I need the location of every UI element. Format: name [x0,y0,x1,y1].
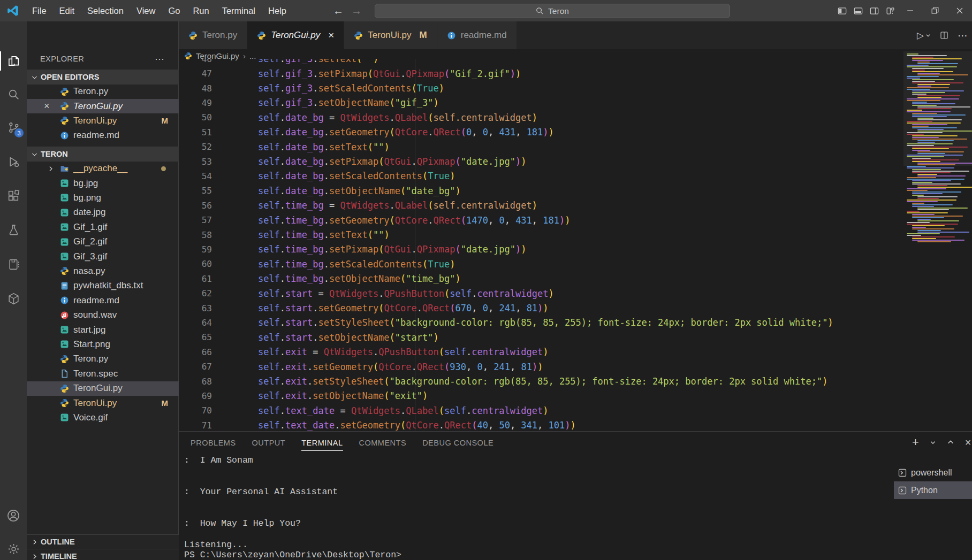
split-editor-icon[interactable] [939,30,949,40]
tree-item[interactable]: TeronGui.py [27,381,179,396]
minimize-button[interactable] [898,0,923,21]
minimap-line [907,53,918,55]
minimap-line [917,84,950,85]
timeline-section[interactable]: TIMELINE [27,549,179,560]
tree-item[interactable]: start.jpg [27,323,179,337]
run-python-file-icon[interactable]: ▷ [917,30,931,41]
modified-badge: M [162,398,169,408]
code-line: 51 self.date_bg.setGeometry(QtCore.QRect… [179,125,972,140]
tree-item[interactable]: bg.png [27,190,179,205]
minimap-line [907,166,926,167]
minimap-line [917,118,933,119]
tree-item[interactable]: nasa.py [27,264,179,278]
forward-arrow-icon[interactable]: → [351,5,362,17]
minimap-line [912,137,939,138]
line-number: 49 [179,98,214,108]
minimap[interactable] [907,53,968,246]
tab-readme-md[interactable]: readme.md [437,21,517,49]
code-text: self.gif_3.setObjectName("gif_3") [214,97,439,108]
back-arrow-icon[interactable]: ← [333,5,344,17]
tab-teronui-py[interactable]: TeronUi.pyM [344,21,437,49]
minimap-line [912,150,930,151]
terminal-instance-powershell[interactable]: powershell [894,464,972,481]
code-text: self.date_bg = QtWidgets.QLabel(self.cen… [214,112,537,123]
tree-item[interactable]: bg.jpg [27,176,179,190]
menu-file[interactable]: File [26,0,53,21]
terminal-output[interactable]: : I Am Sonam : Your Personal AI Assistan… [184,455,401,560]
tree-item[interactable]: __pycache__ [27,162,179,176]
menu-view[interactable]: View [130,0,162,21]
source-control-icon[interactable]: 3 [0,114,27,140]
tree-item[interactable]: Voice.gif [27,410,179,425]
tree-item[interactable]: TeronUi.pyM [27,396,179,410]
tree-item[interactable]: Start.png [27,337,179,351]
tree-item[interactable]: date.jpg [27,205,179,220]
close-window-button[interactable] [947,0,972,21]
open-editor-item[interactable]: readme.md [27,128,179,143]
menu-go[interactable]: Go [162,0,186,21]
package-icon[interactable] [0,286,27,311]
minimap-line [912,116,947,117]
toggle-sidebar-icon[interactable] [834,0,850,21]
menu-selection[interactable]: Selection [81,0,130,21]
open-editor-item[interactable]: Teron.py [27,85,179,99]
minimap-line [907,167,954,168]
tree-item[interactable]: sound.wav [27,308,179,323]
tree-item[interactable]: Teron.spec [27,366,179,381]
panel-tab-comments[interactable]: COMMENTS [359,435,407,451]
chevron-down-icon [31,151,38,158]
tab-terongui-py[interactable]: TeronGui.py× [247,21,344,49]
maximize-panel-icon[interactable] [947,439,954,446]
search-icon[interactable] [0,81,27,107]
tree-item[interactable]: Teron.py [27,352,179,366]
open-editor-item[interactable]: TeronUi.pyM [27,113,179,128]
toggle-secondary-sidebar-icon[interactable] [866,0,882,21]
close-tab-icon[interactable]: × [328,29,334,41]
menu-run[interactable]: Run [186,0,215,21]
account-icon[interactable] [0,503,27,528]
terminal-dropdown-icon[interactable] [930,439,936,446]
settings-icon[interactable] [0,536,27,560]
open-editors-header[interactable]: OPEN EDITORS [27,70,179,85]
explorer-icon[interactable] [0,48,27,74]
terminal-instance-list: powershellPython [894,464,972,499]
modified-badge: M [162,116,169,125]
run-debug-icon[interactable] [0,149,27,174]
tab-label: readme.md [461,30,507,41]
code-text: self.start = QtWidgets.QPushButton(self.… [214,288,554,299]
toggle-panel-icon[interactable] [850,0,866,21]
line-number: 55 [179,186,214,196]
open-editor-item[interactable]: ×TeronGui.py [27,99,179,113]
terminal-instance-python[interactable]: Python [894,481,972,499]
panel-tab-output[interactable]: OUTPUT [252,435,286,451]
tree-item[interactable]: Gif_2.gif [27,235,179,249]
extensions-icon[interactable] [0,183,27,209]
menu-terminal[interactable]: Terminal [216,0,262,21]
menu-help[interactable]: Help [262,0,293,21]
tab-teron-py[interactable]: Teron.py [179,21,247,49]
testing-icon[interactable] [0,217,27,243]
explorer-more-actions-icon[interactable]: ··· [155,51,164,66]
python-icon [60,116,69,125]
panel-tab-terminal[interactable]: TERMINAL [301,435,343,451]
command-center-search[interactable]: Teron [375,4,730,18]
notebook-icon[interactable] [0,251,27,277]
restore-button[interactable] [923,0,947,21]
close-editor-icon[interactable]: × [44,101,50,112]
panel-tab-debug-console[interactable]: DEBUG CONSOLE [422,435,493,451]
minimap-line [912,159,959,160]
tree-item[interactable]: pywhatkit_dbs.txt [27,279,179,293]
code-editor[interactable]: 46 self.gif_3.setText("")47 self.gif_3.s… [179,59,972,431]
tree-item[interactable]: readme.md [27,293,179,308]
minimap-line [907,66,957,67]
tree-item[interactable]: Gif_1.gif [27,220,179,234]
txt-icon [60,281,69,290]
menu-edit[interactable]: Edit [53,0,81,21]
customize-layout-icon[interactable] [882,0,898,21]
folder-section-header[interactable]: TERON [27,147,179,162]
tree-item[interactable]: Gif_3.gif [27,249,179,264]
panel-tab-problems[interactable]: PROBLEMS [191,435,236,451]
outline-section[interactable]: OUTLINE [27,534,179,549]
minimap-line [912,204,953,205]
more-actions-icon[interactable]: ⋯ [958,29,968,42]
